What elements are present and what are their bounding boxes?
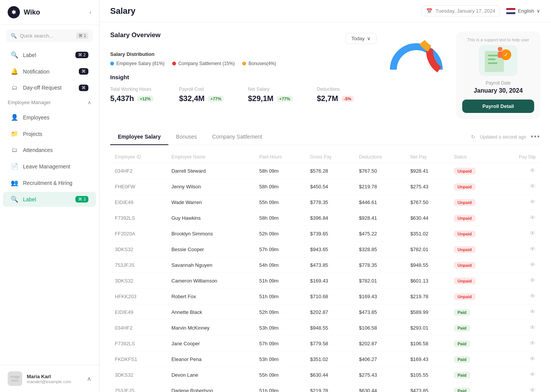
cell-employee-name: Cameron Williamson	[167, 273, 255, 289]
collapse-button[interactable]: ‹	[90, 9, 91, 16]
user-name: Maria Karl	[27, 374, 71, 379]
sidebar-item-attendances[interactable]: 🗂 Attendances	[3, 143, 96, 157]
view-payslip-icon[interactable]: 👁	[530, 214, 536, 221]
employee-salary-table: Employee ID Employee Name Paid Hours Gro…	[110, 151, 540, 392]
calendar-icon: 📅	[426, 8, 432, 14]
status-badge: Paid	[454, 325, 470, 332]
sidebar-item-projects[interactable]: 📁 Projects	[3, 126, 96, 141]
cell-paid-hours: 53h 09m	[255, 320, 306, 336]
table-row: F7392LS Guy Hawkins 58h 09m $396.84 $928…	[110, 210, 540, 226]
insight-section: Insight Total Working Hours 5,437h +12% …	[110, 66, 377, 111]
tab-company-sattlement[interactable]: Company Sattlement	[205, 129, 270, 145]
cell-pay-slip: 👁	[499, 304, 540, 320]
cell-paid-hours: 57h 09m	[255, 336, 306, 351]
today-chevron-icon: ∨	[367, 36, 371, 41]
insight-card-hours: Total Working Hours 5,437h +12%	[110, 87, 170, 103]
cell-paid-hours: 57h 09m	[255, 242, 306, 257]
view-payslip-icon[interactable]: 👁	[530, 277, 536, 284]
cell-net-pay: $767.50	[406, 194, 449, 210]
svg-point-6	[498, 47, 502, 51]
cell-employee-name: Guy Hawkins	[167, 210, 255, 226]
cell-status: Unpaid	[449, 289, 499, 304]
sidebar-item-recruitment[interactable]: 👥 Recruitment & Hiring	[3, 175, 96, 190]
cell-employee-name: Marvin McKinney	[167, 320, 255, 336]
cell-employee-id: 034HF2	[110, 320, 167, 336]
us-flag-icon	[506, 8, 515, 14]
cell-gross-pay: $779.58	[306, 336, 355, 351]
net-badge: +77%	[277, 96, 293, 102]
tab-bonuses[interactable]: Bonuses	[168, 129, 204, 145]
view-payslip-icon[interactable]: 👁	[530, 371, 536, 378]
view-payslip-icon[interactable]: 👁	[530, 324, 536, 331]
col-employee-name: Employee Name	[167, 151, 255, 163]
cell-deductions: $778.35	[354, 257, 406, 273]
sidebar-item-employees[interactable]: 👤 Employees	[3, 110, 96, 125]
view-payslip-icon[interactable]: 👁	[530, 261, 536, 268]
cell-paid-hours: 54h 09m	[255, 257, 306, 273]
sidebar-item-label-text: Label	[23, 52, 36, 58]
status-badge: Unpaid	[454, 246, 476, 253]
cell-gross-pay: $450.54	[306, 179, 355, 194]
language-selector[interactable]: English ∨	[506, 8, 540, 14]
sidebar-item-dayoff[interactable]: 🗂 Day-off Request ⌘	[3, 80, 96, 95]
sidebar-item-projects-text: Projects	[23, 131, 42, 137]
employee-manager-label: Employee Manager	[8, 100, 51, 105]
user-info: Image here Maria Karl mariakrl@example.c…	[8, 371, 71, 386]
view-payslip-icon[interactable]: 👁	[530, 309, 536, 315]
dist-dot-red	[172, 62, 176, 65]
cell-paid-hours: 55h 09m	[255, 367, 306, 383]
sidebar-item-notification[interactable]: 🔔 Notification ⌘	[3, 64, 96, 79]
cell-paid-hours: 52h 09m	[255, 226, 306, 242]
view-payslip-icon[interactable]: 👁	[530, 356, 536, 362]
cell-paid-hours: 53h 09m	[255, 351, 306, 367]
cell-employee-name: Darrell Steward	[167, 163, 255, 179]
more-options-button[interactable]: •••	[531, 133, 540, 141]
insight-card-payroll: Payroll Cost $32,4M +77%	[179, 87, 239, 103]
view-payslip-icon[interactable]: 👁	[530, 183, 536, 189]
cell-pay-slip: 👁	[499, 257, 540, 273]
cell-gross-pay: $739.65	[306, 226, 355, 242]
view-payslip-icon[interactable]: 👁	[530, 199, 536, 205]
label2-shortcut-badge: ⌘ 3	[75, 196, 88, 203]
view-payslip-icon[interactable]: 👁	[530, 167, 536, 174]
dist-employee-salary-label: Employee Salary (81%)	[116, 61, 165, 66]
view-payslip-icon[interactable]: 👁	[530, 246, 536, 252]
status-badge: Unpaid	[454, 215, 476, 222]
sidebar-item-leave[interactable]: 📄 Leave Management	[3, 159, 96, 174]
view-payslip-icon[interactable]: 👁	[530, 387, 536, 392]
sidebar-item-leave-text: Leave Management	[23, 163, 70, 170]
view-payslip-icon[interactable]: 👁	[530, 230, 536, 237]
user-menu-icon[interactable]: ∧	[87, 375, 91, 382]
quick-search-bar[interactable]: 🔍 Quick search... ⌘ 1	[6, 29, 93, 42]
col-pay-slip: Pay Slip	[499, 151, 540, 163]
view-payslip-icon[interactable]: 👁	[530, 340, 536, 346]
tab-employee-salary[interactable]: Employee Salary	[110, 129, 168, 145]
date-text: Tuesday, January 17, 2024	[435, 8, 495, 14]
cell-net-pay: $105.55	[406, 367, 449, 383]
today-button[interactable]: Today ∨	[346, 33, 377, 44]
employee-manager-section[interactable]: Employee Manager ∧	[0, 96, 99, 109]
table-row: EIDIE49 Annette Black 52h 09m $202.87 $4…	[110, 304, 540, 320]
col-gross-pay: Gross Pay	[306, 151, 355, 163]
page-title: Salary	[110, 6, 135, 16]
payroll-badge: +77%	[208, 96, 224, 102]
cell-paid-hours: 52h 09m	[255, 304, 306, 320]
payroll-detail-button[interactable]: Payroll Detail	[462, 100, 534, 113]
cell-pay-slip: 👁	[499, 163, 540, 179]
cell-deductions: $928.41	[354, 210, 406, 226]
payroll-date-label: Payroll Date	[486, 80, 510, 86]
sidebar-item-label2-text: Label	[23, 196, 36, 203]
cell-gross-pay: $710.68	[306, 289, 355, 304]
sidebar-item-label2[interactable]: 🔍 Label ⌘ 3	[3, 192, 96, 207]
cell-pay-slip: 👁	[499, 336, 540, 351]
col-employee-id: Employee ID	[110, 151, 167, 163]
cell-status: Paid	[449, 383, 499, 392]
cell-gross-pay: $169.43	[306, 273, 355, 289]
payroll-label: Payroll Cost	[179, 87, 239, 92]
view-payslip-icon[interactable]: 👁	[530, 293, 536, 299]
cell-pay-slip: 👁	[499, 320, 540, 336]
cell-pay-slip: 👁	[499, 226, 540, 242]
sidebar-item-label[interactable]: 🔍 Label ⌘ 2	[3, 47, 96, 62]
cell-employee-name: Jenny Wilson	[167, 179, 255, 194]
cell-employee-id: FHE0FW	[110, 179, 167, 194]
